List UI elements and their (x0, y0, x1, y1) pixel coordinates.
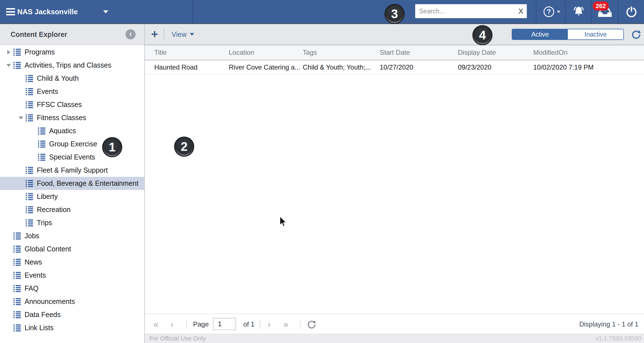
tree-item-fleet-family-support[interactable]: Fleet & Family Support (0, 164, 144, 177)
site-selector-label[interactable]: NAS Jacksonville (17, 0, 78, 23)
tree-item-label: FFSC Classes (37, 101, 82, 109)
refresh-button[interactable] (631, 29, 641, 40)
column-header-modifiedon[interactable]: ModifiedOn (533, 45, 568, 60)
page-number-input[interactable] (213, 318, 236, 330)
tree-item-label: Announcements (25, 297, 75, 306)
clear-icon[interactable]: X (515, 7, 527, 16)
column-header-title[interactable]: Title (154, 45, 167, 60)
page-count-label: of 1 (243, 314, 254, 334)
tree-item-label: Global Content (25, 245, 71, 253)
tree-item-trips[interactable]: Trips (0, 216, 144, 229)
last-page-button[interactable]: » (283, 314, 289, 334)
view-menu-button[interactable]: View (172, 24, 194, 45)
inactive-tab[interactable]: Inactive (568, 29, 623, 39)
caret-spacer (18, 72, 26, 85)
notifications-button[interactable] (573, 5, 585, 18)
tree-item-aquatics[interactable]: Aquatics (0, 124, 144, 137)
table-row[interactable]: Haunted RoadRiver Cove Catering a...Chil… (145, 60, 644, 74)
logout-button[interactable] (626, 6, 637, 18)
list-icon (26, 167, 33, 174)
menu-icon[interactable] (6, 8, 15, 15)
tree-item-label: Fitness Classes (37, 114, 86, 122)
classification-text: For Official Use Only (149, 334, 206, 343)
annotation-circle-1: 1 (102, 137, 122, 157)
column-header-location[interactable]: Location (229, 45, 254, 60)
list-icon (13, 246, 21, 253)
caret-spacer (18, 98, 26, 111)
chevron-down-icon[interactable] (103, 10, 108, 13)
tree-item-global-content[interactable]: Global Content (0, 242, 144, 256)
collapse-sidebar-button[interactable]: ‹ (126, 29, 136, 39)
tree-item-special-events[interactable]: Special Events (0, 151, 144, 164)
column-header-display-date[interactable]: Display Date (458, 45, 496, 60)
list-icon (38, 127, 45, 135)
sidebar-title: Content Explorer (11, 24, 67, 45)
expand-caret-icon[interactable] (18, 111, 26, 124)
tree-item-data-feeds[interactable]: Data Feeds (0, 308, 144, 321)
displaying-count-text: Displaying 1 - 1 of 1 (579, 314, 638, 334)
refresh-grid-button[interactable] (307, 319, 317, 329)
caret-spacer (6, 242, 13, 256)
tree-item-announcements[interactable]: Announcements (0, 295, 144, 308)
page-label: Page (193, 314, 209, 334)
row-cell-tags: Child & Youth; Youth;... (303, 60, 371, 74)
chevron-down-icon[interactable] (557, 11, 561, 13)
tree-item-child-youth[interactable]: Child & Youth (0, 72, 144, 85)
first-page-button[interactable]: « (153, 314, 158, 334)
tree-item-liberty[interactable]: Liberty (0, 190, 144, 203)
add-content-button[interactable]: + (148, 27, 161, 41)
caret-spacer (30, 151, 38, 164)
active-tab[interactable]: Active (512, 29, 568, 39)
caret-spacer (18, 216, 26, 229)
tree-item-programs[interactable]: Programs (0, 46, 144, 59)
expand-caret-icon[interactable] (6, 46, 13, 59)
annotation-circle-3: 3 (385, 4, 405, 24)
help-button[interactable]: ? (544, 6, 554, 17)
chevron-down-icon (190, 33, 194, 36)
divider (617, 0, 618, 23)
caret-spacer (18, 203, 26, 216)
expand-caret-icon[interactable] (6, 59, 13, 72)
column-header-start-date[interactable]: Start Date (380, 45, 410, 60)
tree-item-events[interactable]: Events (0, 269, 144, 282)
caret-spacer (30, 124, 38, 137)
caret-spacer (18, 177, 26, 190)
column-header-tags[interactable]: Tags (303, 45, 317, 60)
tree-item-events[interactable]: Events (0, 85, 144, 98)
tree-item-recreation[interactable]: Recreation (0, 203, 144, 216)
sidebar: Content Explorer ‹ ProgramsActivities, T… (0, 24, 145, 343)
list-icon (13, 272, 21, 279)
previous-page-button[interactable]: ‹ (170, 314, 174, 334)
caret-spacer (18, 190, 26, 203)
caret-spacer (6, 256, 13, 269)
tree-item-news[interactable]: News (0, 256, 144, 269)
list-icon (26, 193, 33, 200)
tree-item-fitness-classes[interactable]: Fitness Classes (0, 111, 144, 124)
tree-item-label: Data Feeds (25, 311, 61, 319)
list-icon (13, 232, 21, 240)
tree-item-label: Link Lists (25, 324, 54, 332)
status-bar: For Official Use Only v1.1.7593.33590 (145, 334, 644, 343)
list-icon (26, 219, 33, 227)
tree-item-group-exercise[interactable]: Group Exercise (0, 137, 144, 151)
divider (186, 320, 187, 328)
tree-item-link-lists[interactable]: Link Lists (0, 321, 144, 334)
list-icon (13, 298, 21, 305)
tree-item-activities-trips-and-classes[interactable]: Activities, Trips and Classes (0, 59, 144, 72)
list-icon (26, 180, 33, 187)
caret-spacer (6, 229, 13, 242)
tree-item-ffsc-classes[interactable]: FFSC Classes (0, 98, 144, 111)
divider (260, 320, 260, 328)
search-input[interactable] (415, 8, 515, 15)
bell-icon (573, 5, 585, 18)
tree-item-faq[interactable]: FAQ (0, 282, 144, 295)
tree-item-food-beverage-entertainment[interactable]: Food, Beverage & Entertainment (0, 177, 144, 190)
tree-item-label: Activities, Trips and Classes (25, 61, 111, 69)
annotation-circle-2: 2 (174, 137, 194, 157)
next-page-button[interactable]: › (268, 314, 271, 334)
tree-item-jobs[interactable]: Jobs (0, 229, 144, 242)
tree-item-label: Fleet & Family Support (37, 166, 108, 174)
caret-spacer (18, 164, 26, 177)
list-icon (13, 62, 21, 69)
search-box: X (415, 4, 527, 18)
